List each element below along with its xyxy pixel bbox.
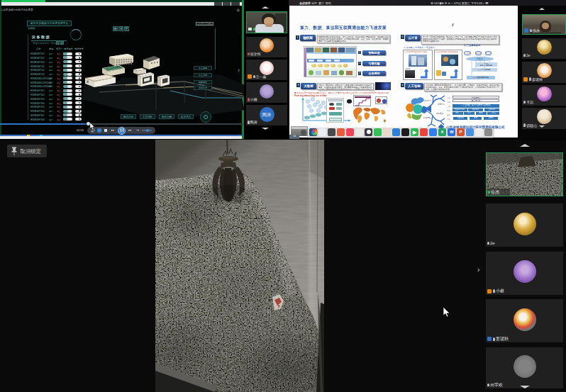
svg-text:深度学习: 深度学习 — [437, 103, 445, 106]
svg-text:知识图谱: 知识图谱 — [436, 112, 444, 115]
svg-text:机器学习: 机器学习 — [424, 99, 432, 102]
svg-text:神经网络: 神经网络 — [423, 116, 431, 119]
